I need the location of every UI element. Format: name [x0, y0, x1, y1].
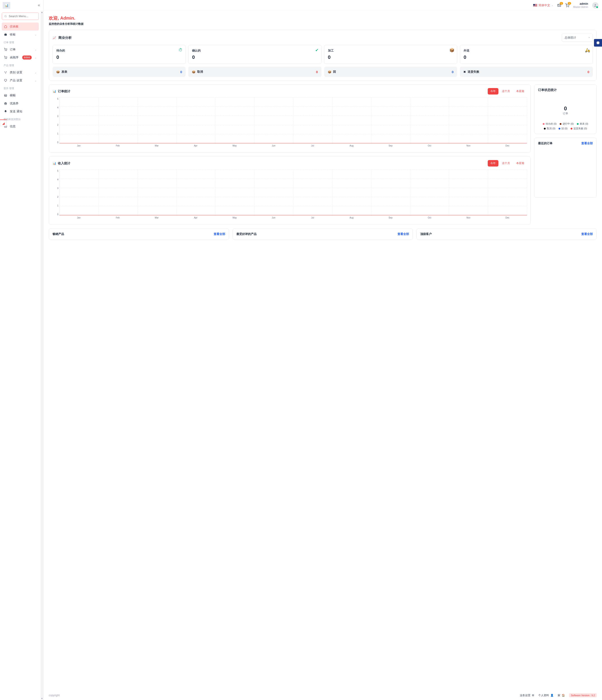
- page-title: 欢迎, Admin.: [49, 15, 597, 21]
- svg-point-6: [4, 71, 5, 72]
- chart-segment[interactable]: 这个月: [499, 88, 513, 95]
- sitemap-icon: [4, 71, 7, 74]
- chart-icon: 📊: [53, 161, 56, 165]
- footer-icon: 🏠: [562, 694, 565, 697]
- stat-card: 待办的0⏱: [53, 45, 186, 64]
- stat-icon: 📦: [56, 70, 60, 74]
- nav-label: 订单: [10, 48, 16, 51]
- nav-label: 收银: [10, 32, 16, 36]
- stat-icon: 📦: [328, 70, 331, 74]
- sidebar-item[interactable]: 横幅: [2, 92, 39, 99]
- avatar[interactable]: [592, 2, 598, 8]
- view-all-link[interactable]: 查看全部: [214, 232, 225, 236]
- svg-point-7: [6, 71, 6, 72]
- legend-item: 发表 (0): [577, 122, 588, 126]
- search-input[interactable]: [9, 15, 36, 18]
- user-name: admin: [573, 2, 588, 5]
- user-menu[interactable]: admin Master Admin: [573, 2, 588, 8]
- stat-icon: 📦: [192, 70, 195, 74]
- stat-card: 加工0📦: [324, 45, 457, 64]
- view-all-link[interactable]: 查看全部: [581, 232, 593, 236]
- chevron-down-icon: ⌄: [35, 56, 36, 59]
- summary-card: 畅销产品查看全部: [49, 228, 229, 240]
- stat-icon: 🛵: [585, 48, 590, 53]
- footer-icon: ⚙: [532, 694, 534, 697]
- chevron-down-icon: ⌄: [35, 33, 36, 36]
- stat-pill: 📦发表0: [53, 67, 186, 77]
- briefcase-icon: [4, 33, 7, 36]
- analytics-range-select[interactable]: 总体统计: [562, 34, 593, 42]
- stat-card: 外送0🛵: [460, 45, 593, 64]
- stat-icon: 📦: [449, 48, 454, 53]
- nav-label: 产品 设置: [10, 78, 22, 82]
- sidebar-item[interactable]: 信息: [2, 122, 39, 130]
- scrollbar[interactable]: ▴▾: [41, 11, 43, 700]
- chart-title: 收入统计: [58, 161, 71, 166]
- summary-card: 顶级客户查看全部: [416, 228, 597, 240]
- user-role: Master Admin: [573, 5, 588, 8]
- sidebar-item[interactable]: 类别 设置⌄: [2, 69, 39, 76]
- stat-icon: ✔: [315, 48, 319, 53]
- flag-icon: [533, 4, 537, 7]
- stat-icon: ✖: [464, 70, 466, 74]
- logo[interactable]: 📊: [3, 2, 10, 9]
- legend-item: 送货失败 (0): [571, 127, 587, 130]
- chart-segment[interactable]: 本星期: [514, 88, 527, 95]
- nav-group-label: 晋升 管理: [2, 84, 39, 92]
- diamond-icon: [4, 79, 7, 82]
- cart-badge: 0: [568, 2, 571, 5]
- nav-label: 优惠券: [10, 101, 19, 105]
- sidebar-item[interactable]: 表顾序添加在⌄: [2, 53, 39, 61]
- page-subtitle: 监控您的业务分析和统计数据: [49, 22, 597, 26]
- nav-label: 横幅: [10, 93, 16, 97]
- view-all-link[interactable]: 查看全部: [397, 232, 409, 236]
- settings-fab[interactable]: [594, 39, 602, 47]
- language-label: 简体中文: [539, 3, 550, 7]
- search-menu[interactable]: [2, 12, 39, 20]
- messages-badge: 0: [560, 2, 563, 5]
- chart-segment[interactable]: 本星期: [514, 160, 527, 167]
- sidebar-item[interactable]: 收银⌄: [2, 30, 39, 39]
- svg-point-15: [568, 7, 569, 7]
- nav-label: 仪表板: [10, 25, 19, 28]
- chevron-down-icon: ⌄: [35, 79, 36, 82]
- cart-icon: [4, 56, 7, 59]
- nav-badge: 添加在: [22, 55, 32, 59]
- chart-segment[interactable]: 今年: [488, 160, 498, 167]
- laravel-badge[interactable]: ◢: [0, 120, 7, 126]
- cart-button[interactable]: 0: [565, 3, 569, 7]
- chart-icon: 📊: [53, 90, 56, 93]
- chart-segment[interactable]: 今年: [488, 88, 498, 95]
- sidebar-item[interactable]: 订单⌄: [2, 46, 39, 53]
- sidebar-item[interactable]: 优惠券: [2, 99, 39, 107]
- svg-point-14: [567, 7, 567, 7]
- nav-label: 发送 通知: [10, 109, 22, 114]
- recent-orders-title: 最近的订单: [538, 141, 553, 145]
- language-selector[interactable]: 简体中文 ⌄: [533, 3, 553, 7]
- footer-link[interactable]: 业务设置⚙: [520, 694, 534, 697]
- footer-link[interactable]: 家🏠: [558, 694, 565, 697]
- nav-label: 信息: [10, 124, 16, 128]
- chart-segment[interactable]: 这个月: [499, 160, 513, 167]
- footer-link[interactable]: 个人资料👤: [538, 694, 554, 697]
- gear-icon: [596, 41, 600, 45]
- sidebar-collapse-button[interactable]: [37, 4, 41, 7]
- sidebar-item[interactable]: 产品 设置⌄: [2, 76, 39, 84]
- stat-pill: ✖送货失败0: [460, 67, 593, 77]
- copyright: copyright: [49, 694, 60, 697]
- chevron-down-icon: ⌄: [551, 4, 553, 6]
- recent-orders-view-all[interactable]: 查看全部: [581, 141, 593, 145]
- bell-icon: [4, 110, 7, 113]
- nav-label: 表顾序: [10, 55, 19, 59]
- nav-group-label: 帮助和支持部分: [2, 116, 39, 122]
- sidebar-item[interactable]: 仪表板: [2, 23, 39, 30]
- status-value: 0: [538, 105, 593, 112]
- chevron-down-icon: ⌄: [35, 71, 36, 74]
- nav-group-label: 订单 管理: [2, 39, 39, 46]
- chart-plot: [59, 170, 527, 216]
- search-icon: [4, 15, 7, 18]
- gift-icon: [4, 102, 7, 105]
- sidebar-item[interactable]: 发送 通知: [2, 107, 39, 116]
- messages-button[interactable]: 0: [557, 3, 561, 7]
- cart-icon: [4, 48, 7, 51]
